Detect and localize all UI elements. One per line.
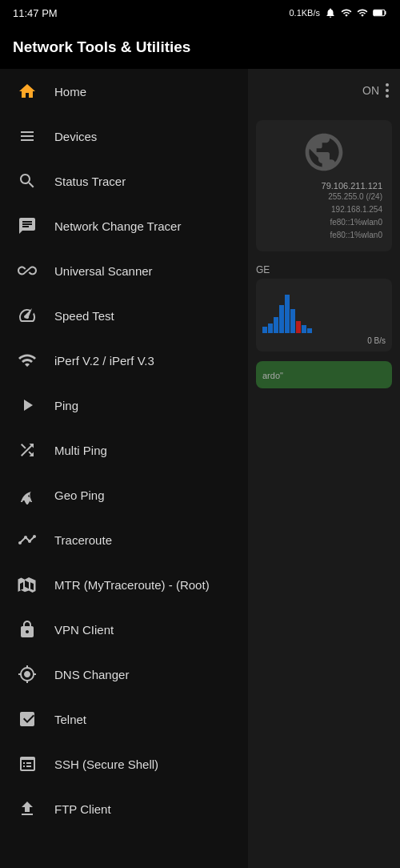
ping-icon [16, 394, 38, 416]
sidebar-item-multi-ping[interactable]: Multi Ping [0, 428, 248, 472]
sidebar-item-label-traceroute: Traceroute [54, 533, 112, 547]
network-details: 255.255.0 (/24) 192.168.1.254 fe80::1%wl… [266, 191, 382, 242]
nav-drawer: HomeDevicesStatus TracerNetwork Change T… [0, 69, 248, 868]
bar [290, 309, 295, 333]
svg-rect-1 [374, 10, 382, 15]
bar [307, 328, 312, 333]
sidebar-item-label-iperf: iPerf V.2 / iPerf V.3 [54, 354, 154, 368]
right-panel: ON 79.106.211.121 255.255.0 (/24) 192.16… [248, 69, 400, 868]
status-speed: 0.1KB/s [289, 8, 320, 18]
panel-on-label: ON [362, 84, 379, 97]
sidebar-item-label-vpn: VPN CIient [54, 623, 114, 637]
sidebar-item-ping[interactable]: Ping [0, 383, 248, 428]
sidebar-item-label-mtr: MTR (MyTraceroute) - (Root) [54, 578, 210, 592]
status-tracer-icon [16, 170, 38, 192]
multi-ping-icon [16, 439, 38, 461]
sidebar-item-universal-scanner[interactable]: Universal Scanner [0, 248, 248, 293]
alarm-icon [325, 7, 336, 18]
network-detail-1: 255.255.0 (/24) [266, 191, 382, 203]
sidebar-item-vpn[interactable]: VPN CIient [0, 607, 248, 652]
app-header: Network Tools & Utilities [0, 26, 400, 69]
graph-card: 0 B/s [256, 279, 392, 352]
status-time: 11:47 PM [13, 7, 58, 19]
sidebar-item-label-ftp: FTP Client [54, 802, 111, 816]
network-info-card: 79.106.211.121 255.255.0 (/24) 192.168.1… [256, 120, 392, 251]
bar [279, 305, 284, 333]
sidebar-item-label-status-tracer: Status Tracer [54, 175, 126, 188]
status-right: 0.1KB/s [289, 7, 387, 18]
bar [302, 325, 306, 333]
sidebar-item-label-geo-ping: Geo Ping [54, 488, 105, 502]
sidebar-item-label-telnet: Telnet [54, 713, 86, 726]
sidebar-item-ssh[interactable]: SSH (Secure Shell) [0, 741, 248, 786]
sidebar-item-ftp[interactable]: FTP Client [0, 786, 248, 831]
overflow-menu-button[interactable] [386, 83, 389, 98]
sidebar-item-status-tracer[interactable]: Status Tracer [0, 159, 248, 203]
sidebar-item-label-multi-ping: Multi Ping [54, 444, 107, 457]
speed-label: 0 B/s [262, 336, 386, 345]
ip-address: 79.106.211.121 [266, 181, 382, 191]
sidebar-item-dns-changer[interactable]: DNS Changer [0, 652, 248, 697]
ssh-icon [16, 753, 38, 775]
telnet-icon [16, 708, 38, 730]
sidebar-item-label-universal-scanner: Universal Scanner [54, 264, 153, 278]
home-icon [16, 80, 38, 102]
battery-icon [373, 8, 387, 18]
connection-name: ardo" [262, 371, 283, 380]
traceroute-icon [16, 528, 38, 551]
sidebar-item-label-devices: Devices [54, 130, 97, 143]
mtr-icon [16, 573, 38, 596]
top-right-bar: ON [248, 69, 400, 112]
status-bar: 11:47 PM 0.1KB/s [0, 0, 400, 26]
sidebar-item-mtr[interactable]: MTR (MyTraceroute) - (Root) [0, 562, 248, 607]
app-title: Network Tools & Utilities [13, 38, 387, 56]
sidebar-item-network-change-tracer[interactable]: Network Change Tracer [0, 203, 248, 248]
sidebar-item-label-home: Home [54, 85, 86, 98]
bar [262, 327, 267, 333]
signal-icon [341, 7, 352, 18]
dns-changer-icon [16, 663, 38, 685]
sidebar-item-home[interactable]: Home [0, 69, 248, 114]
sidebar-item-label-speed-test: Speed Test [54, 309, 114, 323]
sidebar-item-label-ssh: SSH (Secure Shell) [54, 757, 158, 771]
bar [285, 295, 290, 333]
universal-scanner-icon [16, 259, 38, 282]
network-change-tracer-icon [16, 215, 38, 237]
sidebar-item-iperf[interactable]: iPerf V.2 / iPerf V.3 [0, 338, 248, 383]
network-detail-4: fe80::1%wlan0 [266, 229, 382, 242]
network-detail-3: fe80::1%wlan0 [266, 216, 382, 229]
bar [268, 323, 273, 333]
connection-card: ardo" [256, 361, 392, 388]
network-detail-2: 192.168.1.254 [266, 203, 382, 216]
wifi-icon [357, 7, 368, 18]
sidebar-item-speed-test[interactable]: Speed Test [0, 293, 248, 338]
iperf-icon [16, 349, 38, 372]
right-content: 79.106.211.121 255.255.0 (/24) 192.168.1… [248, 112, 400, 396]
speed-test-icon [16, 304, 38, 327]
sidebar-item-telnet[interactable]: Telnet [0, 697, 248, 741]
devices-icon [16, 125, 38, 147]
sidebar-item-label-ping: Ping [54, 399, 78, 412]
geo-ping-icon [16, 484, 38, 506]
sidebar-item-geo-ping[interactable]: Geo Ping [0, 472, 248, 517]
globe-icon [302, 130, 346, 175]
sidebar-item-devices[interactable]: Devices [0, 114, 248, 159]
bar-red [296, 321, 301, 333]
bar [274, 317, 278, 333]
connection-type-label: GE [256, 261, 392, 279]
sidebar-item-traceroute[interactable]: Traceroute [0, 517, 248, 562]
vpn-icon [16, 618, 38, 641]
drawer-container: HomeDevicesStatus TracerNetwork Change T… [0, 69, 400, 868]
ftp-icon [16, 798, 38, 820]
sidebar-item-label-network-change-tracer: Network Change Tracer [54, 219, 181, 233]
sidebar-item-label-dns-changer: DNS Changer [54, 668, 129, 681]
graph-area [262, 285, 386, 333]
